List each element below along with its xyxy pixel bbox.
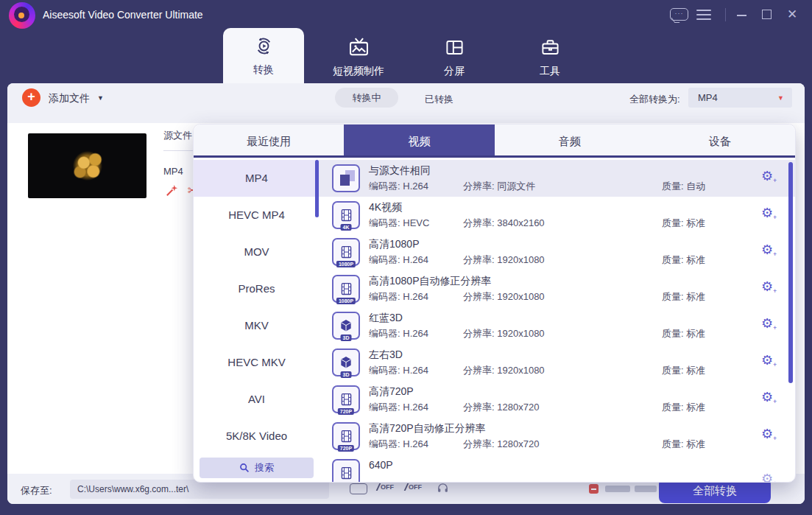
tab-split-screen[interactable]: 分屏: [414, 29, 495, 83]
format-row[interactable]: 3D 左右3D 编码器: H.264 分辨率: 1920x1080 质量: 标准…: [319, 344, 796, 381]
split-screen-icon: [445, 34, 465, 60]
sidebar-item-avi[interactable]: AVI: [194, 381, 319, 418]
convert-all-value: MP4: [698, 92, 718, 103]
merge-checkbox-icon[interactable]: [589, 484, 599, 494]
sidebar-item-prores[interactable]: ProRes: [194, 270, 319, 307]
settings-gear-icon[interactable]: ⚙: [761, 280, 773, 293]
toolbox-icon: [540, 34, 560, 60]
search-label: 搜索: [255, 461, 274, 474]
source-format: MP4: [163, 166, 183, 177]
format-row[interactable]: 1080P 高清1080P 编码器: H.264 分辨率: 1920x1080 …: [319, 234, 796, 270]
search-icon: [239, 463, 250, 473]
settings-gear-icon[interactable]: ⚙: [761, 206, 773, 220]
film-icon: 720P: [332, 422, 360, 450]
format-row[interactable]: 720P 高清720P 编码器: H.264 分辨率: 1280x720 质量:…: [319, 381, 796, 418]
turbo-toggle[interactable]: OFF: [406, 483, 422, 491]
settings-gear-icon[interactable]: ⚙: [761, 390, 773, 404]
minimize-button[interactable]: [737, 15, 746, 16]
sidebar-item-mkv[interactable]: MKV: [194, 307, 319, 344]
menu-icon[interactable]: [696, 10, 711, 23]
sidebar-item-mov[interactable]: MOV: [194, 234, 319, 270]
same-as-source-icon: [332, 164, 360, 192]
list-scrollbar[interactable]: [788, 162, 793, 383]
tab-toolbox[interactable]: 工具: [509, 29, 590, 83]
sidebar-item-hevc-mp4[interactable]: HEVC MP4: [194, 197, 319, 234]
obscured-label: [635, 486, 657, 492]
format-list: 与源文件相同 编码器: H.264 分辨率: 同源文件 质量: 自动 ⚙ 4K …: [319, 160, 796, 483]
film-icon: [332, 459, 360, 483]
tab-toolbox-label: 工具: [540, 65, 560, 78]
add-files-button[interactable]: 添加文件: [49, 92, 90, 105]
feedback-icon[interactable]: ···: [670, 8, 688, 21]
titlebar-separator: [725, 8, 726, 21]
cube-3d-icon: 3D: [332, 312, 360, 340]
settings-gear-icon[interactable]: ⚙: [761, 472, 773, 483]
convert-all-dropdown[interactable]: MP4 ▼: [688, 88, 792, 108]
format-row[interactable]: 720P 高清720P自动修正分辨率 编码器: H.264 分辨率: 1280x…: [319, 418, 796, 455]
tab-short-video[interactable]: 短视频制作: [318, 29, 399, 83]
format-row[interactable]: 640P ⚙: [319, 455, 796, 483]
film-icon: 1080P: [332, 238, 360, 266]
film-icon: 720P: [332, 385, 360, 413]
format-row[interactable]: 与源文件相同 编码器: H.264 分辨率: 同源文件 质量: 自动 ⚙: [319, 160, 796, 197]
sidebar-item-mp4[interactable]: MP4: [194, 160, 319, 197]
enhance-toggle[interactable]: OFF: [378, 483, 394, 491]
source-file-label: 源文件: [163, 129, 192, 142]
short-video-icon: [348, 34, 370, 60]
tab-convert-label: 转换: [253, 63, 274, 77]
format-category-tabs: 最近使用 视频 音频 设备: [194, 125, 795, 158]
format-row[interactable]: 3D 红蓝3D 编码器: H.264 分辨率: 1920x1080 质量: 标准…: [319, 307, 796, 344]
settings-gear-icon[interactable]: ⚙: [761, 427, 773, 441]
format-row[interactable]: 4K 4K视频 编码器: HEVC 分辨率: 3840x2160 质量: 标准 …: [319, 197, 796, 234]
film-icon: 1080P: [332, 275, 360, 303]
film-icon: 4K: [332, 201, 360, 229]
search-button[interactable]: 搜索: [200, 458, 314, 478]
app-title: Aiseesoft Video Converter Ultimate: [43, 9, 203, 21]
tab-device[interactable]: 设备: [645, 125, 795, 155]
tab-short-video-label: 短视频制作: [333, 65, 384, 78]
folder-open-icon[interactable]: [350, 483, 367, 494]
tab-audio[interactable]: 音频: [495, 125, 645, 155]
tab-video[interactable]: 视频: [344, 125, 494, 155]
settings-gear-icon[interactable]: ⚙: [761, 317, 773, 330]
close-button[interactable]: ✕: [787, 7, 797, 22]
sidebar-item-hevc-mkv[interactable]: HEVC MKV: [194, 344, 319, 381]
sidebar-scrollbar[interactable]: [315, 160, 319, 217]
toolbar: + 添加文件 ▼ 转换中 已转换 全部转换为: MP4 ▼: [7, 83, 805, 123]
edit-magic-icon[interactable]: [165, 183, 179, 200]
settings-gear-icon[interactable]: ⚙: [761, 169, 773, 183]
app-logo-icon: [9, 2, 35, 29]
add-files-caret-icon[interactable]: ▼: [97, 94, 104, 102]
settings-gear-icon[interactable]: ⚙: [761, 354, 773, 367]
headset-icon[interactable]: [437, 482, 449, 497]
convert-all-label: 全部转换为:: [629, 93, 680, 106]
tab-converting[interactable]: 转换中: [335, 88, 398, 108]
format-sidebar: MP4 HEVC MP4 MOV ProRes MKV HEVC MKV AVI…: [194, 160, 319, 483]
tab-convert[interactable]: 转换: [223, 28, 304, 84]
obscured-label: [605, 486, 630, 492]
tab-split-screen-label: 分屏: [444, 65, 465, 78]
add-files-icon[interactable]: +: [22, 88, 40, 107]
convert-icon: [254, 32, 274, 59]
maximize-button[interactable]: [762, 10, 772, 19]
settings-gear-icon[interactable]: ⚙: [761, 243, 773, 256]
format-picker-panel: 最近使用 视频 音频 设备 MP4 HEVC MP4 MOV ProRes MK…: [193, 124, 796, 483]
video-thumbnail: [28, 133, 146, 198]
save-to-label: 保存至:: [21, 484, 52, 497]
sidebar-item-5k8k-video[interactable]: 5K/8K Video: [194, 418, 319, 455]
cube-3d-icon: 3D: [332, 348, 360, 376]
titlebar: Aiseesoft Video Converter Ultimate ··· ✕…: [0, 0, 812, 83]
format-row[interactable]: 1080P 高清1080P自动修正分辨率 编码器: H.264 分辨率: 192…: [319, 270, 796, 307]
tab-converted[interactable]: 已转换: [425, 93, 453, 106]
thumbnail-artwork: [68, 150, 107, 181]
convert-all-caret-icon: ▼: [777, 94, 784, 102]
tab-recently-used[interactable]: 最近使用: [194, 125, 344, 155]
